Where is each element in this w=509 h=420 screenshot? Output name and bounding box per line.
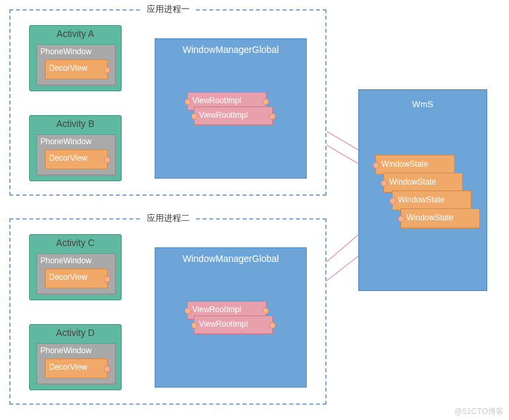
phone-window-d: PhoneWindow DecorView (36, 343, 116, 384)
vri-2-1-label: ViewRootImpl (194, 316, 272, 332)
activity-d: Activity D PhoneWindow DecorView (29, 324, 122, 390)
pw-c-label: PhoneWindow (37, 254, 115, 267)
ws-2-label: WindowState (393, 191, 471, 208)
ws-1-label: WindowState (384, 173, 462, 190)
phone-window-a: PhoneWindow DecorView (36, 44, 116, 85)
ws-0: WindowState (375, 155, 455, 175)
decor-view-d: DecorView (45, 358, 108, 378)
dot-b (104, 157, 110, 163)
activity-c-title: Activity C (30, 235, 121, 251)
decor-view-b: DecorView (45, 149, 108, 169)
process-box-2: 应用进程二 Activity C PhoneWindow DecorView A… (9, 218, 327, 405)
dot-vri-2-1-r (269, 322, 276, 329)
pw-b-label: PhoneWindow (37, 135, 115, 148)
activity-b: Activity B PhoneWindow DecorView (29, 115, 122, 181)
ws-1: WindowState (383, 173, 463, 192)
ws-2: WindowState (392, 190, 471, 210)
process-2-label: 应用进程二 (143, 212, 194, 224)
ws-0-label: WindowState (376, 155, 454, 173)
decor-view-a: DecorView (45, 60, 108, 79)
wmg-1: WindowManagerGlobal ViewRootImpl ViewRoo… (155, 38, 307, 179)
watermark: @51CTO博客 (454, 406, 504, 417)
vri-1-1: ViewRootImpl (194, 106, 273, 125)
wms: WmS WindowState WindowState WindowState … (358, 89, 487, 291)
dot-vri-2-0-l (184, 308, 191, 314)
dot-vri-2-1-l (191, 322, 198, 329)
process-1-label: 应用进程一 (143, 3, 194, 15)
dv-d-label: DecorView (46, 359, 107, 375)
dv-c-label: DecorView (46, 269, 107, 285)
pw-d-label: PhoneWindow (37, 344, 115, 357)
wmg-2-title: WindowManagerGlobal (155, 248, 306, 269)
activity-a-title: Activity A (30, 26, 121, 42)
wmg-2: WindowManagerGlobal ViewRootImpl ViewRoo… (155, 247, 307, 388)
dot-a (104, 67, 110, 73)
vri-1-1-label: ViewRootImpl (194, 107, 272, 123)
phone-window-b: PhoneWindow DecorView (36, 134, 116, 175)
activity-c: Activity C PhoneWindow DecorView (29, 234, 122, 300)
ws-3: WindowState (401, 208, 480, 228)
ws-3-label: WindowState (401, 209, 479, 226)
dv-a-label: DecorView (46, 60, 107, 76)
dot-vri-1-0-l (184, 99, 191, 105)
dot-ws-1 (381, 180, 387, 187)
pw-a-label: PhoneWindow (37, 45, 115, 58)
dot-vri-1-1-r (269, 113, 276, 120)
dot-vri-1-0-r (262, 99, 269, 105)
dot-ws-3 (398, 216, 405, 222)
dot-ws-2 (389, 198, 396, 204)
dot-ws-0 (373, 162, 379, 169)
vri-2-1: ViewRootImpl (194, 315, 273, 334)
decor-view-c: DecorView (45, 269, 108, 288)
process-box-1: 应用进程一 Activity A PhoneWindow DecorView A… (9, 9, 327, 196)
phone-window-c: PhoneWindow DecorView (36, 253, 116, 294)
activity-d-title: Activity D (30, 325, 121, 341)
activity-a: Activity A PhoneWindow DecorView (29, 25, 122, 91)
wmg-1-title: WindowManagerGlobal (155, 39, 306, 60)
dot-c (104, 276, 110, 282)
dot-vri-2-0-r (262, 308, 269, 314)
activity-b-title: Activity B (30, 116, 121, 132)
dot-vri-1-1-l (191, 113, 198, 120)
dot-d (104, 366, 110, 372)
dv-b-label: DecorView (46, 150, 107, 166)
wms-title: WmS (359, 90, 487, 118)
